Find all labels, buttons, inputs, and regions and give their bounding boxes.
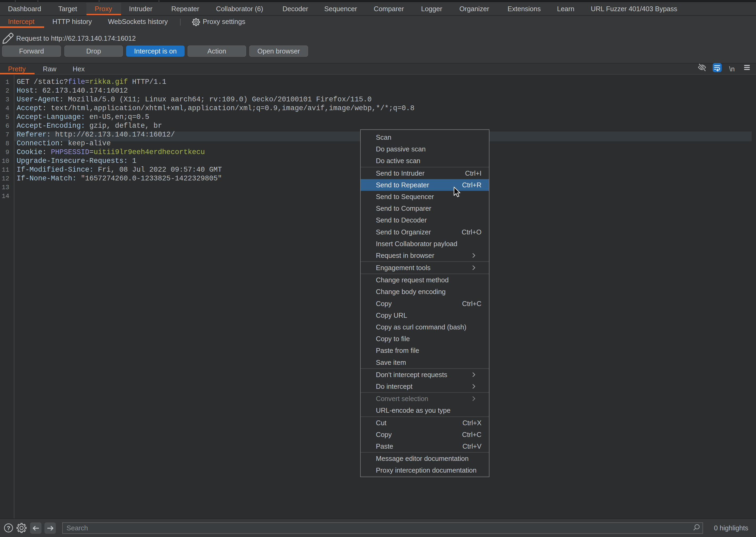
svg-text:?: ? — [7, 525, 10, 531]
